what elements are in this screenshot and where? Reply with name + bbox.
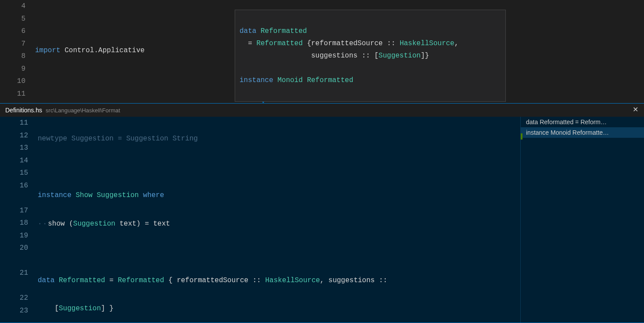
line-number: 10 [0,75,25,88]
line-number: 9 [0,63,25,75]
line-number: 20 [0,242,28,255]
line-number: 8 [0,50,25,63]
line-number: 16 [0,179,28,192]
keyword: instance [38,191,75,199]
code-line[interactable] [38,161,520,174]
line-number: 22 [0,292,28,305]
peek-filename: Definitions.hs [5,107,42,114]
code-text: [ [54,305,59,312]
reference-item[interactable]: data Reformatted = Reform… [521,117,644,127]
line-number: 7 [0,38,25,50]
peek-header: Definitions.hs src\Language\Haskell\Form… [0,104,644,117]
type-name: Monoid [277,76,303,84]
peek-editor[interactable]: 11 12 13 14 15 16 17 18 19 20 21 22 23 n… [0,117,520,323]
line-number: 18 [0,217,28,230]
keyword: instance [240,76,277,84]
peek-definition-panel[interactable]: Definitions.hs src\Language\Haskell\Form… [0,103,644,323]
overview-marker-icon [521,133,522,140]
type-name: HaskellSource [400,39,454,47]
line-number: 6 [0,25,25,38]
code-line[interactable] [38,246,520,258]
code-text: suggestions :: [ [240,52,379,60]
code-text: {reformattedSource :: [303,39,400,47]
line-number: 12 [0,129,28,142]
peek-code-lines[interactable]: newtype Suggestion = Suggestion String i… [38,117,520,323]
code-text: { reformattedSource :: [164,276,265,284]
code-line[interactable]: instance Show Suggestion where [38,189,520,202]
code-line[interactable]: data Reformatted = Reformatted { reforma… [38,274,520,287]
type-name: Suggestion [379,52,421,60]
type-name: Suggestion [73,220,115,228]
code-line[interactable]: newtype Suggestion = Suggestion String [38,133,520,145]
editor-gutter: 4 5 6 7 8 9 10 11 [0,0,31,103]
type-name: HaskellSource [265,276,320,284]
line-number: 5 [0,13,25,25]
keyword: data [38,276,59,284]
type-name: Reformatted [59,276,105,284]
keyword: where [143,191,164,199]
peek-gutter: 11 12 13 14 15 16 17 18 19 20 21 22 23 [0,117,33,323]
reference-item-selected[interactable]: instance Monoid Reformatte… [521,127,644,138]
code-text: = [105,276,118,284]
editor-main[interactable]: 4 5 6 7 8 9 10 11 import Control.Applica… [0,0,644,103]
line-number [0,280,28,292]
line-number: 14 [0,154,28,167]
type-name: Show [75,191,92,199]
type-name: Reformatted [118,276,164,284]
type-name: Suggestion [59,305,101,312]
code-text: Control.Applicative [61,47,145,54]
line-number: 15 [0,167,28,179]
code-text: ]} [421,52,429,60]
code-text: , [454,39,459,47]
code-text: text) = text [115,220,170,228]
code-line[interactable]: ··show (Suggestion text) = text [38,218,520,230]
peek-filepath: src\Language\Haskell\Format [46,107,120,114]
type-name: Reformatted [261,27,307,35]
code-text: = [240,39,256,47]
hover-tooltip: data Reformatted = Reformatted {reformat… [235,10,506,102]
line-number: 13 [0,142,28,154]
line-number: 11 [0,117,28,129]
keyword: data [240,27,261,35]
code-text: ] } [101,305,114,312]
type-name: Reformatted [256,39,303,47]
peek-reference-list[interactable]: data Reformatted = Reform… instance Mono… [520,117,644,323]
type-name: Suggestion [97,191,139,199]
line-number: 11 [0,88,25,100]
line-number: 21 [0,267,28,280]
code-line-wrap[interactable]: [Suggestion] } [38,302,520,315]
line-number [0,255,28,267]
type-name: Reformatted [307,76,354,84]
line-number: 19 [0,230,28,242]
code-text: show ( [48,220,73,228]
code-text: , suggestions :: [320,276,387,284]
line-number: 4 [0,0,25,13]
line-number: 17 [0,205,28,217]
line-number: 23 [0,305,28,317]
keyword: import [35,47,61,54]
line-number [0,192,28,205]
close-icon[interactable]: ✕ [631,105,640,114]
peek-body: 11 12 13 14 15 16 17 18 19 20 21 22 23 n… [0,117,644,323]
